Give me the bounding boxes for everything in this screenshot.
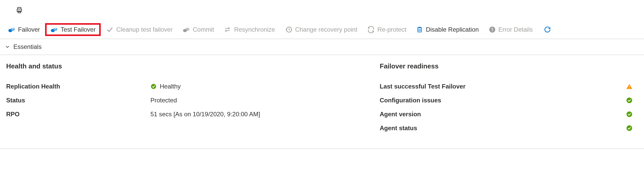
commit-label: Commit <box>193 26 214 33</box>
print-icon[interactable] <box>15 6 23 14</box>
config-issues-label: Configuration issues <box>380 97 441 104</box>
disable-replication-button[interactable]: Disable Replication <box>411 23 483 36</box>
cleanup-label: Cleanup test failover <box>116 26 173 33</box>
status-row: Status Protected <box>6 96 380 104</box>
warning-icon <box>626 83 633 90</box>
replication-health-text: Healthy <box>160 83 181 90</box>
rpo-value: 51 secs [As on 10/19/2020, 9:20:00 AM] <box>150 111 260 118</box>
failover-label: Failover <box>18 26 40 33</box>
error-icon <box>489 26 496 33</box>
readiness-title: Failover readiness <box>380 62 633 70</box>
check-circle-icon <box>626 111 633 118</box>
refresh-icon <box>544 26 551 33</box>
config-issues-row: Configuration issues <box>380 96 633 104</box>
failover-icon <box>8 26 15 33</box>
svg-point-16 <box>626 98 632 103</box>
test-failover-icon <box>50 26 58 33</box>
test-failover-label: Test Failover <box>61 26 96 33</box>
disable-replication-label: Disable Replication <box>426 26 479 33</box>
check-circle-icon <box>626 125 633 131</box>
reprotect-label: Re-protect <box>377 26 406 33</box>
check-circle-icon <box>150 83 157 90</box>
agent-version-row: Agent version <box>380 110 633 118</box>
resync-label: Resynchronize <box>234 26 275 33</box>
commit-icon <box>182 26 190 33</box>
health-and-status-section: Health and status Replication Health Hea… <box>6 62 380 138</box>
status-label: Status <box>6 97 150 104</box>
cleanup-test-failover-button: Cleanup test failover <box>101 23 177 36</box>
svg-point-18 <box>626 125 632 131</box>
rpo-row: RPO 51 secs [As on 10/19/2020, 9:20:00 A… <box>6 110 380 118</box>
replication-health-row: Replication Health Healthy <box>6 83 380 90</box>
change-recovery-point-button: Change recovery point <box>280 23 362 36</box>
content-area: Health and status Replication Health Hea… <box>0 55 644 149</box>
svg-rect-2 <box>18 11 21 13</box>
change-recovery-label: Change recovery point <box>295 26 357 33</box>
resync-icon <box>224 26 232 33</box>
last-test-failover-row: Last successful Test Failover <box>380 83 633 90</box>
agent-status-label: Agent status <box>380 125 417 132</box>
essentials-label: Essentials <box>13 43 41 50</box>
test-failover-button[interactable]: Test Failover <box>45 23 101 36</box>
check-circle-icon <box>626 97 633 104</box>
svg-point-13 <box>151 84 156 89</box>
refresh-button[interactable] <box>539 23 556 36</box>
resynchronize-button: Resynchronize <box>219 23 280 36</box>
essentials-toggle[interactable]: Essentials <box>0 39 644 55</box>
history-icon <box>285 26 293 33</box>
agent-status-row: Agent status <box>380 124 633 132</box>
failover-button[interactable]: Failover <box>3 23 45 36</box>
svg-rect-12 <box>492 31 492 31</box>
svg-rect-14 <box>629 86 630 87</box>
failover-readiness-section: Failover readiness Last successful Test … <box>380 62 638 138</box>
svg-rect-11 <box>492 28 492 30</box>
replication-health-label: Replication Health <box>6 83 150 90</box>
error-details-label: Error Details <box>498 26 533 33</box>
trash-icon <box>416 26 423 33</box>
checkmark-icon <box>106 26 114 33</box>
commit-button: Commit <box>178 23 219 36</box>
replication-health-value: Healthy <box>150 83 181 90</box>
status-value: Protected <box>150 97 177 104</box>
health-title: Health and status <box>6 62 380 70</box>
reprotect-icon <box>367 26 375 33</box>
svg-point-17 <box>626 111 632 117</box>
svg-point-8 <box>186 28 190 31</box>
agent-version-label: Agent version <box>380 111 421 118</box>
rpo-label: RPO <box>6 111 150 118</box>
last-test-label: Last successful Test Failover <box>380 83 465 90</box>
command-bar: Failover Test Failover Cleanup test fail… <box>0 21 644 39</box>
chevron-down-icon <box>5 44 10 50</box>
error-details-button: Error Details <box>484 23 537 36</box>
svg-rect-15 <box>629 88 630 88</box>
reprotect-button: Re-protect <box>362 23 411 36</box>
